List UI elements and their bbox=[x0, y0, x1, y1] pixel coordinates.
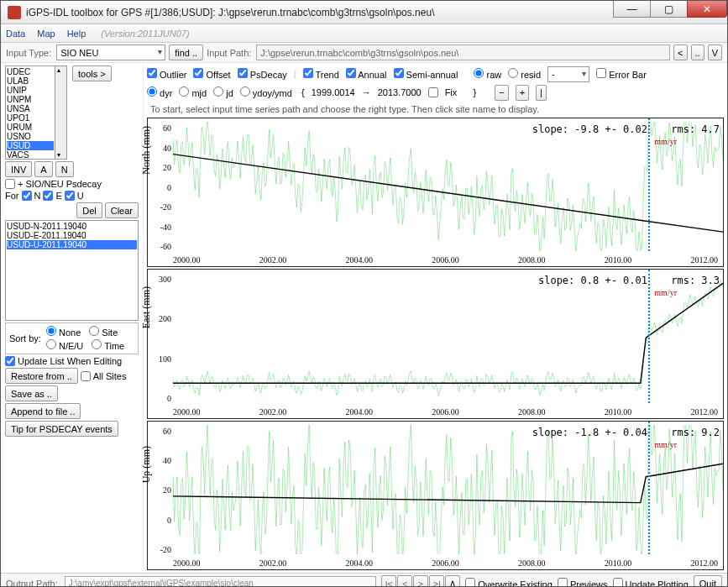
find-button[interactable]: find .. bbox=[169, 45, 203, 60]
offset-list[interactable]: USUD-N-2011.19040USUD-E-2011.19040USUD-U… bbox=[5, 220, 139, 321]
minimize-button[interactable]: — bbox=[613, 1, 651, 18]
sort-site[interactable]: Site bbox=[89, 326, 118, 338]
rms-anno: rms: 9.2 bbox=[671, 427, 720, 438]
offset-item[interactable]: USUD-E-2011.19040 bbox=[7, 231, 137, 240]
n-button[interactable]: N bbox=[55, 161, 74, 177]
append-button[interactable]: Append to file .. bbox=[5, 403, 81, 419]
offset-item[interactable]: USUD-N-2011.19040 bbox=[7, 222, 137, 231]
sort-neu[interactable]: N/E/U bbox=[46, 339, 83, 351]
restore-button[interactable]: Restore from .. bbox=[5, 368, 78, 384]
for-e-check[interactable] bbox=[43, 191, 53, 201]
update-plot-check[interactable]: Update Plotting bbox=[613, 578, 689, 588]
zoom-reset[interactable]: | bbox=[536, 85, 547, 101]
input-path-field[interactable]: J:\gpse\rerun.trnabc\comb\g3trns\gsoln\p… bbox=[256, 45, 670, 60]
previews-check[interactable]: Previews bbox=[558, 578, 608, 588]
site-item[interactable]: UDEC bbox=[7, 67, 54, 76]
rms-anno: rms: 3.3 bbox=[671, 275, 720, 286]
update-list-check[interactable] bbox=[5, 356, 15, 366]
ydoy-radio[interactable]: ydoy/ymd bbox=[240, 86, 292, 98]
site-list[interactable]: UDECULABUNIPUNPMUNSAUPO1URUMUSNOUSUDVACS bbox=[5, 66, 55, 160]
menu-data[interactable]: Data bbox=[6, 29, 25, 39]
nav-button[interactable]: >| bbox=[429, 575, 444, 587]
site-item[interactable]: USUD bbox=[7, 141, 54, 150]
save-as-button[interactable]: Save as .. bbox=[5, 385, 58, 401]
annual-check[interactable]: Annual bbox=[346, 68, 387, 80]
site-item[interactable]: USNO bbox=[7, 132, 54, 141]
psdecay-check[interactable]: PsDecay bbox=[238, 68, 287, 80]
for-label: For bbox=[5, 191, 19, 201]
site-item[interactable]: ULAB bbox=[7, 76, 54, 86]
site-item[interactable]: UPO1 bbox=[7, 113, 54, 123]
semi-check[interactable]: Semi-annual bbox=[394, 68, 458, 80]
close-button[interactable]: ✕ bbox=[687, 1, 727, 18]
for-n-check[interactable] bbox=[22, 191, 32, 201]
jd-radio[interactable]: jd bbox=[213, 86, 233, 98]
site-item[interactable]: UNIP bbox=[7, 86, 54, 95]
maximize-button[interactable]: ▢ bbox=[650, 1, 688, 18]
all-sites-check[interactable] bbox=[81, 371, 91, 381]
del-button[interactable]: Del bbox=[76, 202, 102, 218]
sio-psdecay-check[interactable] bbox=[5, 179, 15, 189]
clear-button[interactable]: Clear bbox=[105, 202, 139, 218]
a-button[interactable]: A bbox=[34, 161, 52, 177]
time-start: 1999.0014 bbox=[312, 87, 355, 97]
event-line bbox=[648, 118, 650, 251]
tools-button[interactable]: tools > bbox=[72, 66, 112, 81]
path-v-button[interactable]: V bbox=[708, 45, 722, 60]
sidebar: UDECULABUNIPUNPMUNSAUPO1URUMUSNOUSUDVACS… bbox=[1, 63, 144, 573]
menu-help[interactable]: Help bbox=[67, 29, 86, 39]
resid-radio[interactable]: resid bbox=[508, 68, 541, 80]
nav-button[interactable]: |< bbox=[381, 575, 396, 587]
path-up-button[interactable]: .. bbox=[691, 45, 704, 60]
output-path-field[interactable]: J:\amy\expt\gpsf\external\iGPS\example\s… bbox=[65, 576, 376, 588]
nav-button[interactable]: > bbox=[413, 575, 428, 587]
site-scrollbar[interactable] bbox=[55, 66, 67, 160]
zoom-out[interactable]: − bbox=[495, 85, 508, 101]
input-type-label: Input Type: bbox=[6, 48, 51, 58]
raw-radio[interactable]: raw bbox=[474, 68, 501, 80]
outlier-check[interactable]: Outlier bbox=[147, 68, 186, 80]
dyr-radio[interactable]: dyr bbox=[147, 86, 172, 98]
titlebar: iGPS-IDL toolbox for GPS #[1/386;USUD]: … bbox=[1, 1, 727, 24]
x-ticks: 2000.002002.002004.002006.002008.002010.… bbox=[173, 407, 718, 417]
offset-item[interactable]: USUD-U-2011.19040 bbox=[7, 240, 137, 249]
tip-button[interactable]: Tip for PSDECAY events bbox=[5, 421, 118, 437]
mjd-radio[interactable]: mjd bbox=[179, 86, 207, 98]
site-item[interactable]: VACS bbox=[7, 150, 54, 160]
unit-label: mm/yr bbox=[654, 288, 677, 297]
site-item[interactable]: URUM bbox=[7, 123, 54, 132]
zoom-in[interactable]: + bbox=[516, 85, 529, 101]
sio-psdecay-label: + SIO/NEU Psdecay bbox=[18, 179, 102, 189]
sort-none[interactable]: None bbox=[46, 326, 81, 338]
menubar: Data Map Help (Version:2011JUN07) bbox=[1, 24, 727, 43]
event-line bbox=[648, 422, 650, 554]
nav-button[interactable]: ∧ bbox=[445, 575, 460, 587]
x-ticks: 2000.002002.002004.002006.002008.002010.… bbox=[173, 255, 718, 265]
trend-check[interactable]: Trend bbox=[303, 68, 339, 80]
input-path-label: Input Path: bbox=[207, 48, 251, 58]
site-item[interactable]: UNSA bbox=[7, 104, 54, 113]
path-back-button[interactable]: < bbox=[673, 45, 687, 60]
offset-check[interactable]: Offset bbox=[193, 68, 230, 80]
chart-area: Outlier Offset PsDecay | Trend Annual Se… bbox=[144, 63, 727, 573]
for-u-check[interactable] bbox=[65, 191, 75, 201]
plot-east: East (mm)3002001000slope: 0.8 +- 0.01rms… bbox=[147, 269, 724, 418]
nav-button[interactable]: < bbox=[397, 575, 412, 587]
errbar-check[interactable]: Error Bar bbox=[596, 68, 647, 80]
time-end: 2013.7000 bbox=[378, 87, 422, 97]
sort-time[interactable]: Time bbox=[92, 339, 124, 351]
sort-label: Sort by: bbox=[9, 333, 41, 343]
inv-button[interactable]: INV bbox=[5, 161, 32, 177]
fix-check[interactable] bbox=[428, 87, 438, 97]
input-type-combo[interactable]: SIO NEU bbox=[56, 45, 165, 60]
unit-label: mm/yr bbox=[654, 137, 677, 146]
style-combo[interactable]: - bbox=[547, 66, 589, 82]
y-axis-label: East (mm) bbox=[140, 286, 153, 328]
nav-buttons: |<<>>|∧ bbox=[381, 575, 460, 587]
quit-button[interactable]: Quit bbox=[694, 575, 722, 587]
app-icon bbox=[8, 6, 21, 19]
overwrite-check[interactable]: Overwrite Existing bbox=[465, 578, 553, 588]
y-axis-label: Up (mm) bbox=[140, 446, 153, 483]
site-item[interactable]: UNPM bbox=[7, 95, 54, 104]
menu-map[interactable]: Map bbox=[37, 29, 55, 39]
